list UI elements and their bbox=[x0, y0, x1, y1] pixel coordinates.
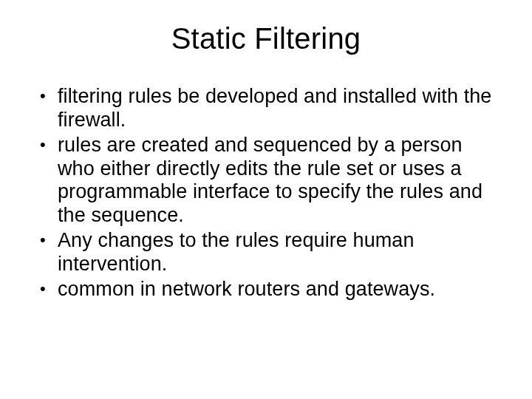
list-item: Any changes to the rules require human i… bbox=[37, 229, 495, 276]
list-item: filtering rules be developed and install… bbox=[37, 85, 495, 132]
list-item: common in network routers and gateways. bbox=[37, 278, 495, 301]
slide-title: Static Filtering bbox=[30, 22, 502, 55]
bullet-list: filtering rules be developed and install… bbox=[30, 85, 502, 301]
list-item: rules are created and sequenced by a per… bbox=[37, 134, 495, 228]
slide: Static Filtering filtering rules be deve… bbox=[0, 0, 532, 399]
